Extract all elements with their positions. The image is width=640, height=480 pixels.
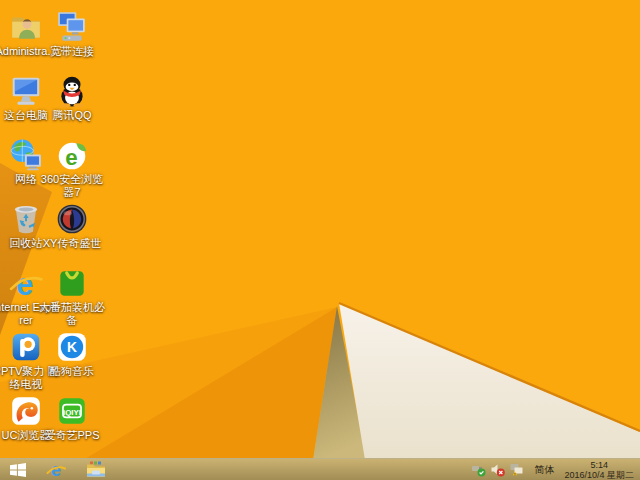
xy-legend-game-icon (55, 202, 89, 236)
start-button[interactable] (0, 459, 36, 480)
file-explorer-taskbar-button[interactable] (76, 459, 116, 480)
desktop-icon-tomato-essentials[interactable]: 大番茄装机必备 (37, 266, 107, 326)
desktop-icon-label: XY传奇盛世 (37, 237, 107, 250)
desktop-icon-label: 大番茄装机必备 (37, 301, 107, 326)
clock-date: 2016/10/4 星期二 (564, 470, 634, 480)
internet-explorer-taskbar-button[interactable]: e (36, 459, 76, 480)
desktop-icon-label: 腾讯QQ (37, 109, 107, 122)
input-method-indicator[interactable]: 简体 (534, 459, 554, 480)
file-explorer-icon (86, 461, 106, 478)
kugou-music-icon: K (55, 330, 89, 364)
network-warning-icon[interactable] (509, 462, 524, 477)
desktop-icon-xy-legend-game[interactable]: XY传奇盛世 (37, 202, 107, 250)
tencent-qq-icon (55, 74, 89, 108)
windows-logo-icon (10, 463, 26, 477)
svg-text:e: e (65, 145, 77, 170)
broadband-connection-icon (55, 10, 89, 44)
desktop-icon-kugou-music[interactable]: K酷狗音乐 (37, 330, 107, 378)
desktop-icon-tencent-qq[interactable]: 腾讯QQ (37, 74, 107, 122)
iqiyi-pps-icon: iQIYI (55, 394, 89, 428)
volume-muted-icon[interactable] (490, 462, 505, 477)
tomato-essentials-icon (55, 266, 89, 300)
desktop-icon-360-safe-browser[interactable]: e360安全浏览器7 (37, 138, 107, 198)
desktop-icon-iqiyi-pps[interactable]: iQIYI爱奇艺PPS (37, 394, 107, 442)
360-safe-browser-icon: e (55, 138, 89, 172)
desktop-icon-label: 酷狗音乐 (37, 365, 107, 378)
svg-text:K: K (67, 339, 77, 355)
desktop-icon-label: 宽带连接 (37, 45, 107, 58)
svg-text:iQIYI: iQIYI (63, 408, 81, 417)
safely-remove-hardware-icon[interactable] (471, 462, 486, 477)
desktop-icon-label: 360安全浏览器7 (37, 173, 107, 198)
system-tray: 简体 5:14 2016/10/4 星期二 (469, 459, 640, 480)
clock-time: 5:14 (590, 460, 608, 470)
taskbar: e (0, 458, 640, 480)
taskbar-clock[interactable]: 5:14 2016/10/4 星期二 (560, 459, 640, 480)
desktop-icon-broadband-connection[interactable]: 宽带连接 (37, 10, 107, 58)
internet-explorer-icon: e (46, 460, 66, 480)
desktop-icon-label: 爱奇艺PPS (37, 429, 107, 442)
desktop: Administra...宽带连接这台电脑腾讯QQ网络e360安全浏览器7回收站… (0, 0, 640, 480)
